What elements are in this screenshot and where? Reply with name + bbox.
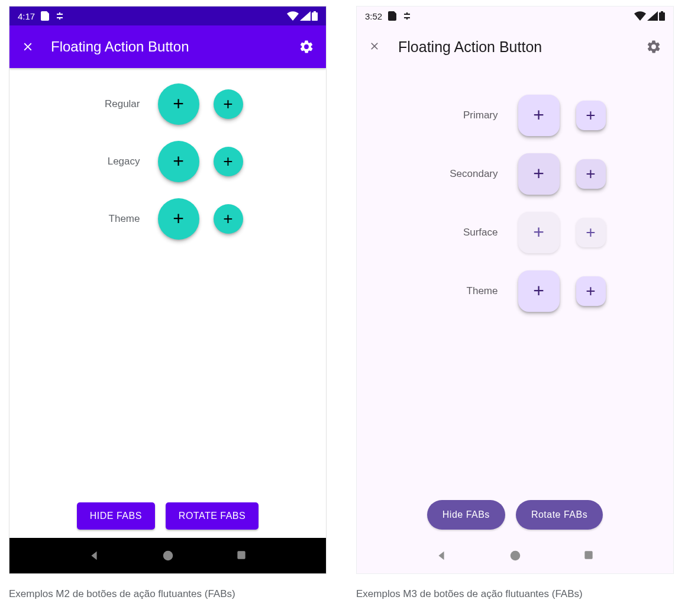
- status-bar: 3:52: [357, 7, 673, 25]
- svg-rect-7: [584, 551, 592, 559]
- fab-label: Theme: [42, 213, 143, 225]
- plus-icon: +: [173, 208, 184, 230]
- fab-row-secondary: Secondary + +: [357, 144, 673, 203]
- signal-icon: [647, 11, 658, 21]
- sim-icon: [41, 11, 49, 21]
- bottom-buttons: Hide FABs Rotate FABs: [357, 500, 673, 538]
- plus-icon: +: [533, 104, 544, 126]
- fab-label: Regular: [42, 98, 143, 110]
- plus-icon: +: [586, 223, 595, 242]
- svg-rect-5: [661, 11, 663, 12]
- plus-icon: +: [223, 152, 232, 171]
- fab-row-theme: Theme + +: [9, 190, 326, 247]
- fab-regular-small[interactable]: +: [214, 89, 243, 119]
- fab-surface-large[interactable]: +: [518, 212, 560, 253]
- plus-icon: +: [533, 221, 544, 243]
- status-time: 3:52: [365, 11, 382, 21]
- content-area: Primary + + Secondary + + Surface: [357, 68, 673, 500]
- nav-back-icon[interactable]: [88, 549, 101, 562]
- battery-icon: [312, 11, 318, 21]
- svg-point-6: [510, 551, 520, 561]
- gear-icon[interactable]: [299, 39, 314, 54]
- app-bar-title: Floating Action Button: [398, 38, 629, 56]
- app-bar-title: Floating Action Button: [51, 38, 282, 55]
- fab-theme-small[interactable]: +: [576, 276, 606, 306]
- fab-label: Theme: [364, 285, 500, 297]
- battery-icon: [659, 11, 665, 21]
- fab-primary-small[interactable]: +: [576, 101, 606, 130]
- hide-fabs-button[interactable]: HIDE FABS: [77, 502, 155, 530]
- status-bar: 4:17: [9, 7, 326, 25]
- fab-row-theme: Theme + +: [357, 262, 673, 320]
- content-area: Regular + + Legacy + + Theme: [9, 68, 326, 502]
- wifi-icon: [634, 11, 646, 21]
- nav-home-icon[interactable]: [161, 549, 175, 562]
- m2-phone-screen: 4:17 Floating Action Button Regular: [9, 6, 327, 574]
- plus-icon: +: [173, 150, 184, 172]
- gear-icon[interactable]: [646, 39, 661, 54]
- plus-icon: +: [586, 106, 595, 125]
- hide-fabs-button[interactable]: Hide FABs: [427, 500, 505, 530]
- fab-regular-large[interactable]: +: [158, 83, 199, 125]
- close-icon[interactable]: [21, 40, 34, 53]
- plus-icon: +: [223, 95, 232, 114]
- debug-icon: [55, 11, 64, 21]
- svg-rect-4: [659, 12, 665, 21]
- svg-point-2: [163, 551, 173, 561]
- debug-icon: [402, 11, 412, 21]
- svg-rect-3: [237, 551, 245, 559]
- wifi-icon: [287, 11, 299, 21]
- svg-rect-0: [312, 12, 318, 21]
- fab-primary-large[interactable]: +: [518, 95, 560, 136]
- app-bar: Floating Action Button: [9, 25, 326, 68]
- nav-bar: [357, 538, 673, 573]
- fab-theme-small[interactable]: +: [214, 204, 243, 234]
- signal-icon: [300, 11, 311, 21]
- fab-legacy-small[interactable]: +: [214, 147, 243, 176]
- fab-label: Surface: [364, 227, 500, 238]
- sim-icon: [388, 11, 396, 21]
- rotate-fabs-button[interactable]: Rotate FABs: [516, 500, 603, 530]
- fab-secondary-small[interactable]: +: [576, 159, 606, 189]
- app-bar: Floating Action Button: [357, 25, 673, 68]
- fab-row-regular: Regular + +: [9, 75, 326, 133]
- fab-theme-large[interactable]: +: [518, 270, 560, 312]
- m3-caption: Exemplos M3 de botões de ação flutuantes…: [356, 588, 674, 600]
- plus-icon: +: [173, 93, 184, 115]
- bottom-buttons: HIDE FABS ROTATE FABS: [9, 502, 326, 538]
- fab-legacy-large[interactable]: +: [158, 141, 199, 182]
- m2-caption: Exemplos M2 de botões de ação flutuantes…: [9, 588, 327, 600]
- plus-icon: +: [586, 165, 595, 183]
- svg-rect-1: [314, 11, 316, 12]
- fab-label: Primary: [364, 109, 500, 121]
- close-icon[interactable]: [369, 40, 382, 53]
- status-time: 4:17: [18, 11, 35, 21]
- fab-secondary-large[interactable]: +: [518, 153, 560, 195]
- fab-label: Secondary: [364, 168, 500, 180]
- fab-row-primary: Primary + +: [357, 86, 673, 144]
- fab-row-surface: Surface + +: [357, 203, 673, 262]
- nav-home-icon[interactable]: [509, 549, 522, 562]
- fab-theme-large[interactable]: +: [158, 198, 199, 240]
- plus-icon: +: [223, 209, 232, 228]
- nav-bar: [9, 538, 326, 573]
- fab-row-legacy: Legacy + +: [9, 133, 326, 190]
- plus-icon: +: [533, 163, 544, 185]
- nav-recent-icon[interactable]: [583, 549, 596, 562]
- nav-back-icon[interactable]: [435, 549, 448, 562]
- fab-label: Legacy: [42, 156, 143, 167]
- rotate-fabs-button[interactable]: ROTATE FABS: [166, 502, 259, 530]
- m3-phone-screen: 3:52 Floating Action Button Primary: [356, 6, 674, 574]
- plus-icon: +: [586, 282, 595, 301]
- nav-recent-icon[interactable]: [235, 549, 248, 562]
- fab-surface-small[interactable]: +: [576, 218, 606, 247]
- plus-icon: +: [533, 280, 544, 302]
